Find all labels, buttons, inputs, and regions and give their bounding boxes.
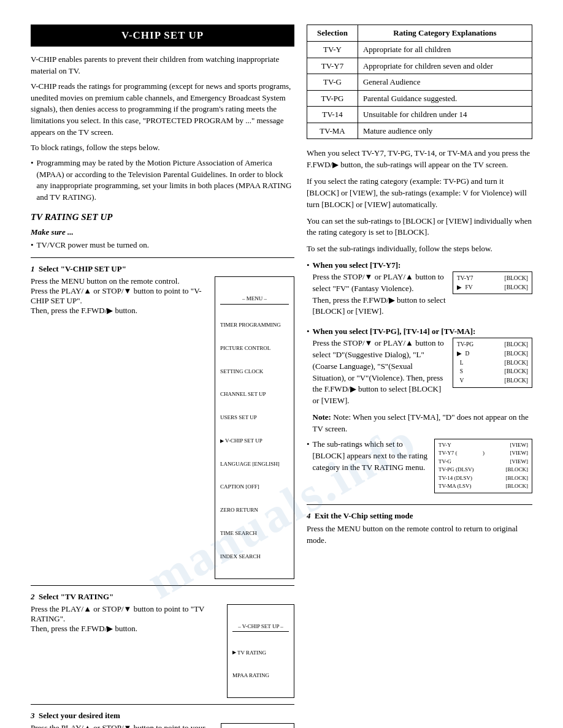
make-sure-label: Make sure ... bbox=[31, 227, 294, 237]
menu-item-clock: SETTING CLOCK bbox=[220, 368, 289, 376]
right-para-1: When you select TV-Y7, TV-PG, TV-14, or … bbox=[307, 148, 532, 171]
tvpg-row-2: L[BLOCK] bbox=[457, 358, 528, 368]
table-exp-tvy: Appropriate for all children bbox=[358, 42, 532, 58]
table-exp-tvg: General Audience bbox=[358, 74, 532, 91]
vchip-intro-1: V-CHIP enables parents to prevent their … bbox=[31, 54, 294, 77]
bullet-mpaa-text: Programming may be rated by the Motion P… bbox=[37, 157, 294, 203]
step-3-text: Press the PLAY/▲ or STOP/▼ button to poi… bbox=[31, 723, 216, 728]
step-2-header: 2 Select "TV RATING" bbox=[31, 592, 294, 602]
sub-row-1: TV-Y7 ()[VIEW] bbox=[439, 449, 528, 458]
vchip-menu-mpaa: MPAA RATING bbox=[232, 672, 289, 680]
bullet-tvy7-header: When you select [TV-Y7]: bbox=[313, 260, 532, 271]
left-column: V-CHIP SET UP V-CHIP enables parents to … bbox=[31, 25, 294, 728]
divider-1 bbox=[31, 257, 294, 258]
step-1-block: 1 Select "V-CHIP SET UP" Press the MENU … bbox=[31, 264, 294, 579]
bullet-tvy7-content: When you select [TV-Y7]: Press the STOP/… bbox=[313, 260, 532, 322]
menu-title: – MENU – bbox=[220, 295, 289, 305]
tvpg-section: Press the STOP/▼ or PLAY/▲ button to sel… bbox=[313, 338, 532, 407]
subratings-para: The sub-ratings which set to [BLOCK] app… bbox=[313, 439, 429, 474]
vchip-intro-3: To block ratings, follow the steps below… bbox=[31, 142, 294, 154]
bullet-mpaa: • Programming may be rated by the Motion… bbox=[31, 157, 294, 203]
menu-item-users: USERS SET UP bbox=[220, 414, 289, 422]
bullet-dot-1: • bbox=[31, 157, 34, 203]
subratings-text: The sub-ratings which set to [BLOCK] app… bbox=[313, 439, 429, 474]
tvpg-row-1: ▶ D[BLOCK] bbox=[457, 349, 528, 358]
subratings-box: TV-Y[VIEW] TV-Y7 ()[VIEW] TV-G[VIEW] TV-… bbox=[434, 439, 532, 493]
table-row-tvma: TV-MA Mature audience only bbox=[307, 123, 532, 139]
tvy7-text: Press the STOP/▼ or PLAY/▲ button to sel… bbox=[313, 271, 448, 317]
table-exp-tvpg: Parental Guidance suggested. bbox=[358, 90, 532, 107]
bullet-tvpg-block: • When you select [TV-PG], [TV-14] or [T… bbox=[307, 326, 532, 435]
table-row-tv14: TV-14 Unsuitable for children under 14 bbox=[307, 107, 532, 123]
table-header-explanation: Rating Category Explanations bbox=[358, 25, 532, 42]
step-4-header: 4 Exit the V-Chip setting mode bbox=[307, 511, 532, 521]
right-para-3: You can set the sub-ratings to [BLOCK] o… bbox=[307, 216, 532, 239]
bullet-tvpg-header: When you select [TV-PG], [TV-14] or [TV-… bbox=[313, 326, 532, 338]
right-para-4: To set the sub-ratings individually, fol… bbox=[307, 243, 532, 255]
right-column: Selection Rating Category Explanations T… bbox=[307, 25, 532, 728]
table-row-tvg: TV-G General Audience bbox=[307, 74, 532, 91]
menu-item-time: TIME SEARCH bbox=[220, 529, 289, 537]
tvpg-row-0: TV-PG[BLOCK] bbox=[457, 340, 528, 349]
table-row-tvy: TV-Y Appropriate for all children bbox=[307, 42, 532, 58]
table-sel-tv14: TV-14 bbox=[307, 107, 358, 123]
tvpg-row-3: S[BLOCK] bbox=[457, 367, 528, 376]
tvy7-row-1: TV-Y7[BLOCK] bbox=[457, 274, 528, 283]
table-row-tvy7: TV-Y7 Appropriate for children seven and… bbox=[307, 58, 532, 74]
vchip-menu-title: – V-CHIP SET UP – bbox=[232, 623, 289, 632]
bullet-tvpg-content: When you select [TV-PG], [TV-14] or [TV-… bbox=[313, 326, 532, 435]
menu-item-index: INDEX SEARCH bbox=[220, 553, 289, 561]
step-4-label: Exit the V-Chip setting mode bbox=[313, 511, 413, 520]
table-exp-tvy7: Appropriate for children seven and older bbox=[358, 58, 532, 74]
table-sel-tvg: TV-G bbox=[307, 74, 358, 91]
step-4-text: Press the MENU button on the remote cont… bbox=[307, 523, 532, 547]
table-sel-tvy: TV-Y bbox=[307, 42, 358, 58]
table-exp-tvma: Mature audience only bbox=[358, 123, 532, 139]
subratings-section: The sub-ratings which set to [BLOCK] app… bbox=[313, 439, 532, 493]
step-1-label: Select "V-CHIP SET UP" bbox=[37, 264, 126, 273]
table-sel-tvma: TV-MA bbox=[307, 123, 358, 139]
sub-row-3: TV-PG (DLSV)[BLOCK] bbox=[439, 466, 528, 474]
tvy7-section: Press the STOP/▼ or PLAY/▲ button to sel… bbox=[313, 271, 532, 317]
tvy7-box: TV-Y7[BLOCK] ▶ FV[BLOCK] bbox=[453, 271, 532, 294]
vchip-title: V-CHIP SET UP bbox=[31, 25, 294, 47]
table-sel-tvpg: TV-PG bbox=[307, 90, 358, 107]
step-2-block: 2 Select "TV RATING" Press the PLAY/▲ or… bbox=[31, 592, 294, 699]
bullet-power: • TV/VCR power must be turned on. bbox=[31, 240, 294, 251]
step-2-text: Press the PLAY/▲ or STOP/▼ button to poi… bbox=[31, 604, 222, 634]
menu-item-channel: CHANNEL SET UP bbox=[220, 390, 289, 398]
step-3-content: Press the PLAY/▲ or STOP/▼ button to poi… bbox=[31, 723, 294, 728]
step-2-content: Press the PLAY/▲ or STOP/▼ button to poi… bbox=[31, 604, 294, 699]
menu-item-timer: TIMER PROGRAMMING bbox=[220, 321, 289, 329]
sub-row-5: TV-MA (LSV)[BLOCK] bbox=[439, 482, 528, 491]
content-wrapper: V-CHIP SET UP V-CHIP enables parents to … bbox=[31, 25, 532, 728]
menu-item-picture: PICTURE CONTROL bbox=[220, 344, 289, 352]
menu-item-language: LANGUAGE [ENGLISH] bbox=[220, 460, 289, 468]
bullet-subratings-block: • The sub-ratings which set to [BLOCK] a… bbox=[307, 439, 532, 498]
bullet-dot-power: • bbox=[31, 240, 34, 251]
step-2-menu-box: – V-CHIP SET UP – TV RATING MPAA RATING bbox=[227, 604, 294, 699]
right-para-2: If you select the rating category (examp… bbox=[307, 176, 532, 211]
rating-table: Selection Rating Category Explanations T… bbox=[307, 25, 532, 139]
step-3-menu-box: TV-Y[VIEW] TV-Y7 () [VIEW] TV-G[VIEW] TV… bbox=[221, 723, 294, 728]
bullet-power-text: TV/VCR power must be turned on. bbox=[37, 240, 149, 251]
table-sel-tvy7: TV-Y7 bbox=[307, 58, 358, 74]
vchip-intro-2: V-CHIP reads the ratings for programming… bbox=[31, 81, 294, 138]
page: manuals.info V-CHIP SET UP V-CHIP enable… bbox=[0, 0, 563, 728]
step-1-menu-box: – MENU – TIMER PROGRAMMING PICTURE CONTR… bbox=[215, 276, 294, 579]
table-exp-tv14: Unsuitable for children under 14 bbox=[358, 107, 532, 123]
sub-row-4: TV-14 (DLSV)[BLOCK] bbox=[439, 474, 528, 483]
bullet-tvy7-block: • When you select [TV-Y7]: Press the STO… bbox=[307, 260, 532, 322]
step-1-text: Press the MENU button on the remote cont… bbox=[31, 276, 210, 316]
divider-2 bbox=[31, 585, 294, 586]
sub-row-0: TV-Y[VIEW] bbox=[439, 441, 528, 450]
bullet-subratings-content: The sub-ratings which set to [BLOCK] app… bbox=[313, 439, 532, 498]
step-3-block: 3 Select your desired item Press the PLA… bbox=[31, 711, 294, 728]
step-3-header: 3 Select your desired item bbox=[31, 711, 294, 721]
step-1-header: 1 Select "V-CHIP SET UP" bbox=[31, 264, 294, 274]
menu-item-zero: ZERO RETURN bbox=[220, 506, 289, 514]
note-tvma: Note: Note: When you select [TV-MA], "D"… bbox=[313, 412, 532, 435]
right-divider-4 bbox=[307, 504, 532, 505]
sub-row-2: TV-G[VIEW] bbox=[439, 458, 528, 466]
tvpg-text: Press the STOP/▼ or PLAY/▲ button to sel… bbox=[313, 338, 448, 407]
